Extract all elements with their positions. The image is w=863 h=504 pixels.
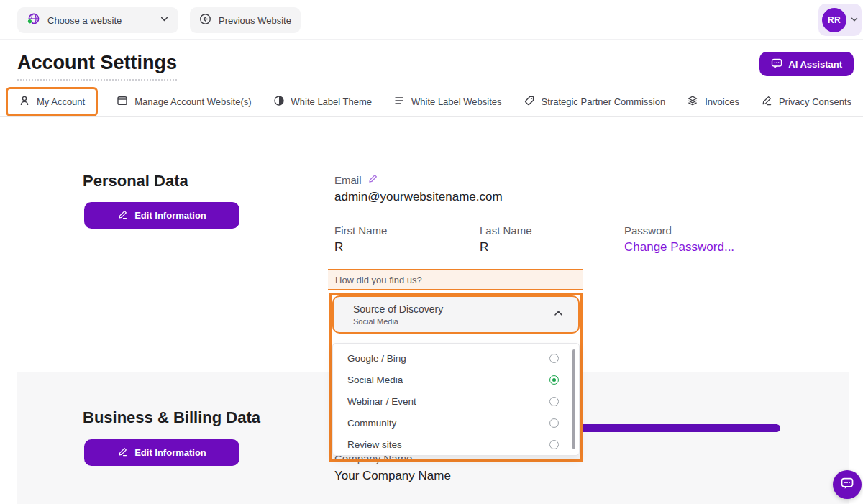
pencil-icon xyxy=(117,209,128,222)
tab-label: My Account xyxy=(37,96,85,107)
option-community[interactable]: Community xyxy=(333,412,579,434)
select-selected-value: Social Media xyxy=(353,317,443,326)
tabbar-divider xyxy=(0,116,863,117)
tabbar: My Account Manage Account Website(s) Whi… xyxy=(6,87,863,116)
tab-white-label-websites[interactable]: White Label Websites xyxy=(391,88,505,115)
chat-bubble-icon xyxy=(771,58,782,71)
choose-website-label: Choose a website xyxy=(47,15,122,26)
tab-manage-account-websites[interactable]: Manage Account Website(s) xyxy=(114,88,254,115)
edit-information-label: Edit Information xyxy=(134,210,206,221)
last-name-label: Last Name xyxy=(480,224,532,237)
user-icon xyxy=(19,95,30,109)
previous-website-button[interactable]: Previous Website xyxy=(190,7,301,33)
signature-icon xyxy=(761,95,772,109)
radio-icon[interactable] xyxy=(549,397,559,406)
lines-icon xyxy=(393,95,405,109)
tab-privacy-consents[interactable]: Privacy Consents xyxy=(758,88,854,115)
option-social-media[interactable]: Social Media xyxy=(333,369,579,390)
tab-label: Invoices xyxy=(705,96,739,107)
options-scrollbar[interactable] xyxy=(572,349,575,449)
email-label-row: Email xyxy=(334,173,378,186)
option-google-bing[interactable]: Google / Bing xyxy=(333,347,579,369)
edit-business-information-button[interactable]: Edit Information xyxy=(84,439,239,466)
edit-personal-information-button[interactable]: Edit Information xyxy=(84,202,239,229)
tab-label: Privacy Consents xyxy=(779,96,851,107)
chat-bubble-icon xyxy=(840,476,854,493)
tab-label: Manage Account Website(s) xyxy=(134,96,251,107)
edit-information-label: Edit Information xyxy=(134,447,206,458)
option-review-sites[interactable]: Review sites xyxy=(333,434,579,455)
radio-icon[interactable] xyxy=(549,354,559,363)
last-name-value: R xyxy=(480,240,488,255)
tab-white-label-theme[interactable]: White Label Theme xyxy=(270,88,375,115)
tag-icon xyxy=(524,95,535,109)
tab-label: Strategic Partner Commission xyxy=(542,96,666,107)
radio-icon[interactable] xyxy=(549,375,559,385)
tab-label: White Label Theme xyxy=(291,96,373,107)
personal-data-title: Personal Data xyxy=(83,172,188,191)
chat-widget-button[interactable] xyxy=(833,470,862,499)
source-of-discovery-select[interactable]: Source of Discovery Social Media xyxy=(332,295,580,334)
edit-email-pencil-icon[interactable] xyxy=(367,173,378,186)
option-webinar-event[interactable]: Webinar / Event xyxy=(333,390,579,412)
email-label: Email xyxy=(334,174,362,186)
select-label: Source of Discovery xyxy=(353,303,443,315)
contrast-icon xyxy=(273,95,285,109)
page-title: Account Settings xyxy=(17,52,177,81)
radio-icon[interactable] xyxy=(549,440,559,449)
first-name-value: R xyxy=(334,240,343,255)
ai-assistant-label: AI Assistant xyxy=(788,59,842,70)
chevron-down-icon xyxy=(850,14,859,27)
ai-assistant-button[interactable]: AI Assistant xyxy=(759,52,854,76)
chevron-down-icon xyxy=(160,14,169,26)
radio-icon[interactable] xyxy=(549,418,559,428)
arrow-left-circle-icon xyxy=(199,13,211,27)
pencil-icon xyxy=(117,446,128,459)
account-settings-page: Choose a website Previous Website RR Acc… xyxy=(0,0,863,504)
business-billing-title: Business & Billing Data xyxy=(83,408,260,427)
tab-label: White Label Websites xyxy=(411,96,502,107)
progress-bar xyxy=(577,424,780,432)
topbar: Choose a website Previous Website RR xyxy=(0,0,863,40)
change-password-link[interactable]: Change Password... xyxy=(624,240,734,255)
layers-icon xyxy=(687,95,698,109)
tab-strategic-partner-commission[interactable]: Strategic Partner Commission xyxy=(521,88,669,115)
tab-my-account[interactable]: My Account xyxy=(6,87,98,116)
first-name-label: First Name xyxy=(334,224,387,237)
browser-icon xyxy=(117,95,128,109)
avatar: RR xyxy=(822,8,846,32)
tab-invoices[interactable]: Invoices xyxy=(684,88,742,115)
previous-website-label: Previous Website xyxy=(219,15,291,26)
email-value: admin@yourwebsitename.com xyxy=(334,190,503,204)
website-globe-icon xyxy=(27,12,40,28)
password-label: Password xyxy=(624,224,672,237)
company-name-value: Your Company Name xyxy=(334,469,451,483)
source-of-discovery-options: Google / Bing Social Media Webinar / Eve… xyxy=(332,343,580,456)
how-did-you-find-us-label: How did you find us? xyxy=(328,269,583,290)
chevron-up-icon xyxy=(553,308,564,321)
choose-website-dropdown[interactable]: Choose a website xyxy=(17,7,178,33)
user-menu[interactable]: RR xyxy=(818,4,862,36)
